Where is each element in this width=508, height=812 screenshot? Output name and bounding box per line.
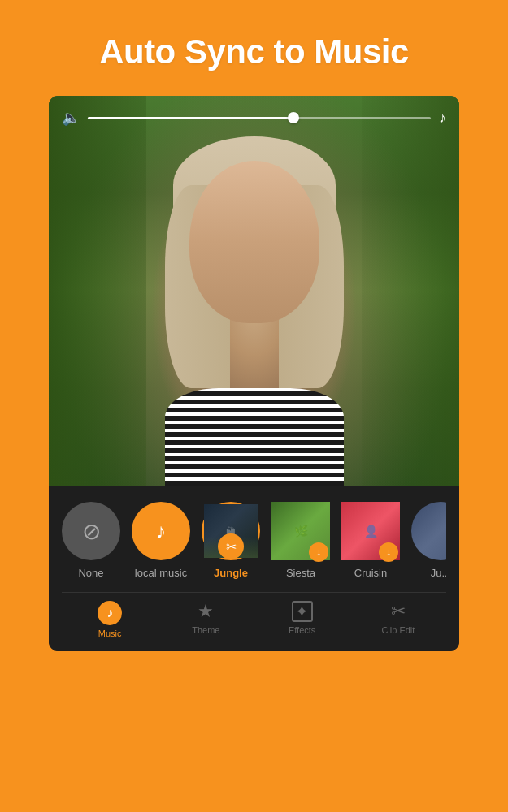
nav-item-theme[interactable]: ★ Theme xyxy=(158,601,254,638)
music-item-ju[interactable]: Ju... xyxy=(411,502,446,579)
music-label-local: local music xyxy=(135,567,187,579)
music-items-row: ⊘ None ♪ local music 🏔 ✂ Jungle xyxy=(62,502,446,592)
music-thumb-cruisin: 👤 ↓ xyxy=(341,502,400,560)
bottom-nav: ♪ Music ★ Theme ✦ Effects ✂ Clip Edit xyxy=(62,592,446,638)
nav-item-clip-edit[interactable]: ✂ Clip Edit xyxy=(350,601,446,638)
music-note-icon: ♪ xyxy=(439,110,446,127)
foliage-right xyxy=(362,96,459,486)
bottom-panel: ⊘ None ♪ local music 🏔 ✂ Jungle xyxy=(49,486,459,651)
nav-item-music[interactable]: ♪ Music xyxy=(62,601,158,638)
clip-edit-icon: ✂ xyxy=(391,601,406,622)
siesta-download-badge: ↓ xyxy=(309,542,328,562)
music-thumb-siesta: 🌿 ↓ xyxy=(271,502,330,560)
music-item-siesta[interactable]: 🌿 ↓ Siesta xyxy=(271,502,330,579)
volume-icon: 🔈 xyxy=(62,109,80,127)
video-area: 🔈 ♪ xyxy=(49,96,459,486)
local-music-icon: ♪ xyxy=(156,519,167,544)
music-thumb-local: ♪ xyxy=(132,502,190,560)
volume-slider-track[interactable] xyxy=(88,117,431,119)
ju-thumb-bg xyxy=(411,502,446,560)
nav-label-theme: Theme xyxy=(192,625,219,635)
volume-slider-fill xyxy=(88,117,293,119)
page-title: Auto Sync to Music xyxy=(24,32,484,71)
phone-mockup: 🔈 ♪ ⊘ None ♪ local music xyxy=(49,96,459,651)
music-item-local[interactable]: ♪ local music xyxy=(132,502,190,579)
music-label-jungle: Jungle xyxy=(214,567,248,579)
music-label-none: None xyxy=(78,567,103,579)
music-item-jungle[interactable]: 🏔 ✂ Jungle xyxy=(202,502,260,579)
volume-slider-thumb[interactable] xyxy=(288,112,299,123)
music-nav-icon: ♪ xyxy=(98,601,122,625)
foliage-left xyxy=(49,96,146,486)
music-label-ju: Ju... xyxy=(431,567,446,579)
nav-label-effects: Effects xyxy=(289,625,315,635)
music-label-siesta: Siesta xyxy=(286,567,315,579)
none-icon: ⊘ xyxy=(82,518,101,545)
nav-item-effects[interactable]: ✦ Effects xyxy=(254,601,350,638)
nav-label-clip-edit: Clip Edit xyxy=(381,625,415,635)
nav-label-music: Music xyxy=(98,628,122,638)
clothing xyxy=(165,388,344,486)
music-label-cruisin: Cruisin xyxy=(354,567,387,579)
top-header: Auto Sync to Music xyxy=(0,0,508,96)
volume-bar[interactable]: 🔈 ♪ xyxy=(62,109,446,127)
music-thumb-ju xyxy=(411,502,446,560)
music-thumb-none: ⊘ xyxy=(62,502,120,560)
face xyxy=(189,161,319,323)
theme-icon: ★ xyxy=(198,601,214,622)
music-thumb-jungle: 🏔 ✂ xyxy=(202,502,260,560)
music-item-none[interactable]: ⊘ None xyxy=(62,502,120,579)
cruisin-download-badge: ↓ xyxy=(379,542,398,562)
jungle-active-badge: ✂ xyxy=(218,533,244,559)
effects-icon: ✦ xyxy=(292,601,313,622)
music-item-cruisin[interactable]: 👤 ↓ Cruisin xyxy=(341,502,400,579)
